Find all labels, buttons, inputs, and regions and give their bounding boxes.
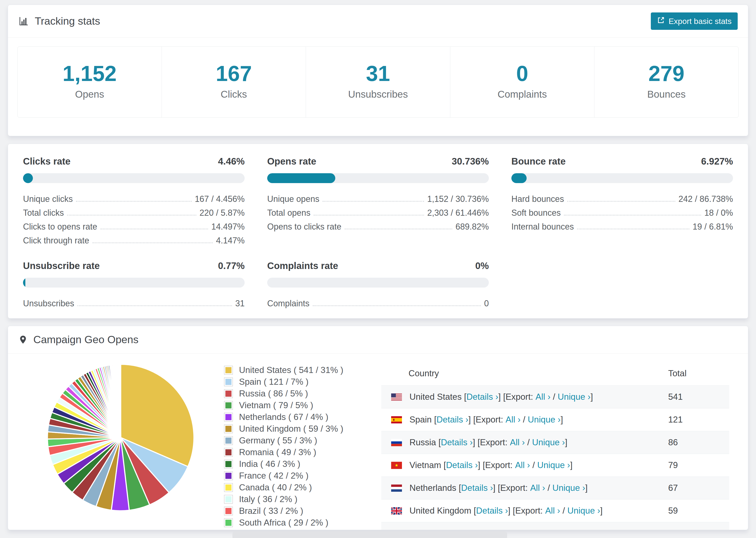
export-prefix: Export:	[489, 529, 516, 530]
country-links: [Details ›] [Export: All › / Unique ›]	[457, 483, 588, 493]
export-unique-link[interactable]: Unique ›	[528, 415, 561, 424]
spacer	[516, 529, 519, 530]
dotted-leader	[567, 201, 675, 202]
legend-item-spain: Spain ( 121 / 7% )	[224, 377, 365, 387]
country-name: Russia	[409, 438, 436, 447]
tracking-stats-title: Tracking stats	[18, 15, 100, 27]
stats-strip: 1,152Opens167Clicks31Unsubscribes0Compla…	[17, 46, 739, 118]
export-unique-link[interactable]: Unique ›	[567, 506, 600, 515]
legend-swatch	[224, 471, 233, 480]
legend-label: Canada ( 40 / 2% )	[239, 483, 312, 493]
rate-panel-clicks-rate: Clicks rate4.46%Unique clicks167 / 4.456…	[23, 156, 244, 245]
spacer	[528, 483, 530, 493]
export-unique-link[interactable]: Unique ›	[553, 483, 585, 493]
export-unique-link[interactable]: Unique ›	[541, 529, 574, 530]
country-column-header: Country	[381, 368, 668, 378]
legend-swatch	[224, 459, 233, 468]
country-name: United Kingdom	[409, 506, 471, 516]
legend-swatch	[224, 401, 233, 410]
country-name: United States	[409, 392, 461, 402]
details-link[interactable]: Details ›	[450, 529, 482, 530]
geo-country-table: Country Total United States [Details ›] …	[381, 361, 729, 530]
export-unique-link[interactable]: Unique ›	[537, 460, 570, 470]
export-all-link[interactable]: All ›	[506, 415, 520, 424]
spacer	[543, 506, 545, 515]
bracket: ] [	[508, 506, 515, 515]
bar-chart-icon	[18, 16, 29, 27]
rate-value: 0.77%	[218, 260, 244, 271]
rate-row: Unique opens1,152 / 30.736%	[267, 190, 489, 204]
legend-item-brazil: Brazil ( 33 / 2% )	[224, 506, 365, 516]
stat-label: Unsubscribes	[306, 89, 450, 100]
bracket: [	[441, 460, 446, 470]
campaign-geo-opens-card: Campaign Geo Opens United States ( 541 /…	[8, 326, 748, 530]
table-row-es: Spain [Details ›] [Export: All › / Uniqu…	[381, 408, 729, 431]
export-basic-stats-button[interactable]: Export basic stats	[651, 13, 738, 30]
stat-box-complaints: 0Complaints	[450, 47, 594, 117]
legend-swatch	[224, 366, 233, 375]
dotted-leader	[78, 305, 232, 306]
rate-title: Bounce rate	[512, 156, 566, 167]
export-all-link[interactable]: All ›	[510, 438, 525, 447]
details-link[interactable]: Details ›	[441, 438, 473, 447]
geo-pie-chart	[43, 360, 198, 516]
bracket: [	[457, 483, 461, 493]
spacer	[533, 392, 535, 402]
rate-title: Clicks rate	[23, 156, 71, 167]
rate-row-value: 167 / 4.456%	[195, 194, 244, 204]
rate-row-label: Total clicks	[23, 208, 64, 218]
rate-row: Total clicks220 / 5.87%	[23, 204, 244, 218]
export-unique-link[interactable]: Unique ›	[558, 392, 590, 402]
legend-item-united-states: United States ( 541 / 31% )	[224, 365, 365, 375]
rate-row-label: Hard bounces	[512, 194, 564, 204]
details-link[interactable]: Details ›	[466, 392, 499, 402]
country-total: 59	[668, 506, 729, 516]
geo-body: United States ( 541 / 31% )Spain ( 121 /…	[8, 353, 748, 530]
details-link[interactable]: Details ›	[476, 506, 508, 515]
geo-header: Campaign Geo Opens	[8, 326, 748, 353]
export-all-link[interactable]: All ›	[545, 506, 560, 515]
page-title: Tracking stats	[35, 15, 100, 27]
legend-item-united-kingdom: United Kingdom ( 59 / 3% )	[224, 424, 365, 434]
stat-value: 31	[366, 62, 390, 85]
details-link[interactable]: Details ›	[436, 415, 468, 424]
geo-title: Campaign Geo Opens	[33, 334, 138, 346]
legend-swatch	[224, 413, 233, 422]
bracket: ]	[565, 438, 567, 447]
dashboard-page: { "accent": "#1b87a5", "tracking": { "ti…	[0, 0, 756, 538]
details-link[interactable]: Details ›	[446, 460, 478, 470]
rate-panel-header: Clicks rate4.46%	[23, 156, 244, 167]
export-unique-link[interactable]: Unique ›	[532, 438, 565, 447]
legend-label: United States ( 541 / 31% )	[239, 365, 343, 375]
bracket: ] [	[482, 529, 489, 530]
rates-card: Clicks rate4.46%Unique clicks167 / 4.456…	[8, 144, 748, 319]
country-links: [Details ›] [Export: All › / Unique ›]	[471, 506, 603, 516]
rate-panel-header: Opens rate30.736%	[267, 156, 489, 167]
rate-panel-opens-rate: Opens rate30.736%Unique opens1,152 / 30.…	[267, 156, 489, 245]
export-all-link[interactable]: All ›	[530, 483, 545, 493]
legend-item-france: France ( 42 / 2% )	[224, 471, 365, 481]
country-cell: United States [Details ›] [Export: All ›…	[391, 392, 668, 402]
legend-swatch	[224, 389, 233, 398]
slash: /	[530, 460, 537, 470]
stat-value: 0	[516, 62, 528, 85]
details-link[interactable]: Details ›	[461, 483, 493, 493]
slash: /	[550, 392, 558, 402]
export-all-link[interactable]: All ›	[536, 392, 551, 402]
rate-title: Complaints rate	[267, 260, 338, 271]
rate-progress-fill	[23, 278, 26, 288]
stat-value: 1,152	[63, 62, 117, 85]
bracket: ] [	[493, 483, 500, 493]
stat-box-clicks: 167Clicks	[162, 47, 306, 117]
country-cell: Russia [Details ›] [Export: All › / Uniq…	[391, 438, 668, 447]
rate-value: 30.736%	[452, 156, 489, 167]
dotted-leader	[577, 229, 689, 229]
legend-label: United Kingdom ( 59 / 3% )	[239, 424, 343, 434]
export-all-link[interactable]: All ›	[519, 529, 534, 530]
rate-progress-fill	[512, 173, 527, 183]
gb-flag-icon	[391, 507, 402, 514]
stat-label: Opens	[18, 89, 162, 100]
horizontal-scrollbar[interactable]	[233, 531, 507, 538]
export-all-link[interactable]: All ›	[515, 460, 530, 470]
legend-swatch	[224, 495, 233, 504]
